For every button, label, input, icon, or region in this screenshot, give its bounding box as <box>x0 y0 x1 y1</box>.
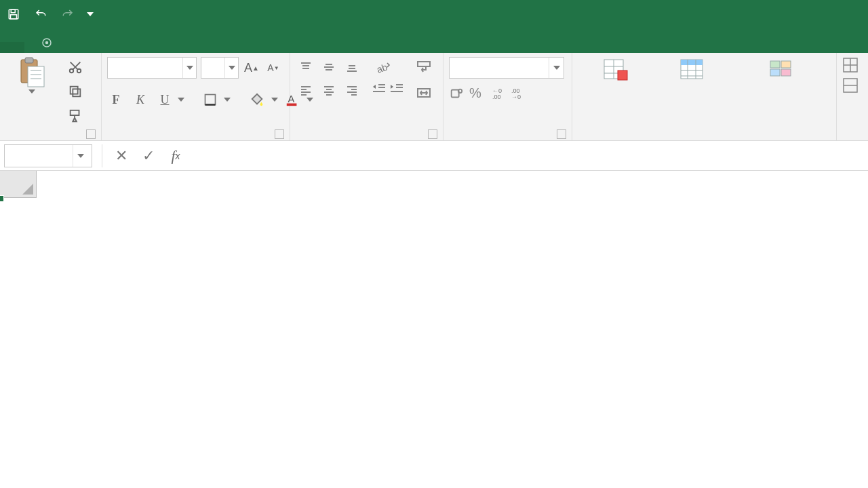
title-bar <box>0 0 868 28</box>
qat-customize-button[interactable] <box>81 0 99 28</box>
number-format-dropdown[interactable] <box>549 58 564 78</box>
formula-input[interactable] <box>189 144 868 167</box>
svg-point-51 <box>458 89 462 93</box>
increase-decimal-button[interactable]: ←0.00 <box>492 87 506 100</box>
spreadsheet-grid[interactable] <box>0 171 868 198</box>
paste-button[interactable] <box>5 57 58 94</box>
svg-rect-13 <box>73 89 80 96</box>
font-size-dropdown[interactable] <box>224 58 238 78</box>
number-format-combo[interactable] <box>449 57 564 79</box>
increase-indent-button[interactable] <box>389 83 404 95</box>
font-size-combo[interactable] <box>201 57 239 79</box>
wrap-text-button[interactable] <box>414 57 434 77</box>
format-painter-button[interactable] <box>64 106 87 126</box>
redo-button[interactable] <box>54 0 81 28</box>
svg-rect-14 <box>71 87 78 94</box>
undo-button[interactable] <box>27 0 54 28</box>
name-box-dropdown[interactable] <box>73 145 87 167</box>
formula-bar: ✕ ✓ fx <box>0 141 868 171</box>
decrease-font-button[interactable]: A▼ <box>264 58 282 78</box>
svg-rect-67 <box>770 61 780 68</box>
svg-rect-69 <box>770 69 780 76</box>
select-all-corner[interactable] <box>0 171 37 198</box>
selection-outline <box>0 198 3 201</box>
save-button[interactable] <box>0 0 27 28</box>
conditional-formatting-button[interactable] <box>578 57 652 84</box>
fill-color-button[interactable] <box>250 92 264 107</box>
insert-cells-button[interactable] <box>842 57 861 73</box>
font-name-combo[interactable] <box>107 57 197 79</box>
borders-button[interactable] <box>203 93 217 106</box>
svg-rect-62 <box>681 60 703 65</box>
number-launcher[interactable] <box>557 129 566 139</box>
svg-rect-16 <box>205 95 216 105</box>
svg-rect-7 <box>28 66 44 87</box>
font-size-input[interactable] <box>201 61 224 75</box>
tab-file[interactable] <box>0 42 24 53</box>
merge-center-button[interactable] <box>414 83 434 103</box>
accounting-format-button[interactable] <box>449 86 464 101</box>
svg-rect-2 <box>11 15 17 19</box>
clipboard-launcher[interactable] <box>86 129 96 139</box>
alignment-launcher[interactable] <box>428 129 437 139</box>
format-as-table-button[interactable] <box>655 57 730 84</box>
copy-button[interactable] <box>64 81 87 102</box>
font-launcher[interactable] <box>275 129 284 139</box>
borders-dropdown[interactable] <box>224 98 231 102</box>
align-middle-button[interactable] <box>319 57 339 77</box>
tell-me-search[interactable] <box>31 33 68 53</box>
percent-format-button[interactable]: % <box>469 85 481 101</box>
align-left-button[interactable] <box>296 80 316 100</box>
svg-rect-60 <box>618 70 627 80</box>
svg-point-4 <box>45 41 49 45</box>
font-name-dropdown[interactable] <box>182 58 196 78</box>
svg-rect-70 <box>781 69 791 76</box>
cut-button[interactable] <box>64 57 87 77</box>
font-name-input[interactable] <box>108 61 182 75</box>
align-right-button[interactable] <box>342 80 362 100</box>
align-top-button[interactable] <box>296 57 316 77</box>
underline-button[interactable]: U <box>156 91 174 108</box>
insert-function-button[interactable]: fx <box>162 144 189 167</box>
cancel-edit-button[interactable]: ✕ <box>108 144 135 167</box>
confirm-edit-button[interactable]: ✓ <box>135 144 162 167</box>
cell-styles-button[interactable] <box>732 57 831 84</box>
align-bottom-button[interactable] <box>342 57 362 77</box>
align-center-button[interactable] <box>319 80 339 100</box>
increase-font-button[interactable]: A▲ <box>243 58 260 78</box>
svg-text:→0: →0 <box>511 94 521 100</box>
ribbon-tabs <box>0 28 868 53</box>
italic-button[interactable]: K <box>132 91 149 108</box>
svg-text:ab: ab <box>375 61 389 75</box>
fill-color-dropdown[interactable] <box>271 98 278 102</box>
bold-button[interactable]: F <box>107 91 125 108</box>
name-box[interactable] <box>4 144 92 167</box>
underline-dropdown[interactable] <box>178 98 184 102</box>
orientation-button[interactable]: ab <box>372 57 395 77</box>
decrease-indent-button[interactable] <box>372 83 387 95</box>
svg-rect-6 <box>25 58 33 63</box>
svg-text:.00: .00 <box>492 94 501 100</box>
svg-rect-68 <box>781 61 791 68</box>
ribbon: A▲ A▼ F K U A <box>0 53 868 141</box>
decrease-decimal-button[interactable]: .00→0 <box>511 87 525 100</box>
svg-rect-15 <box>71 110 79 115</box>
svg-rect-48 <box>418 62 430 66</box>
name-box-input[interactable] <box>5 148 73 163</box>
delete-cells-button[interactable] <box>842 77 861 94</box>
svg-rect-1 <box>11 9 15 13</box>
